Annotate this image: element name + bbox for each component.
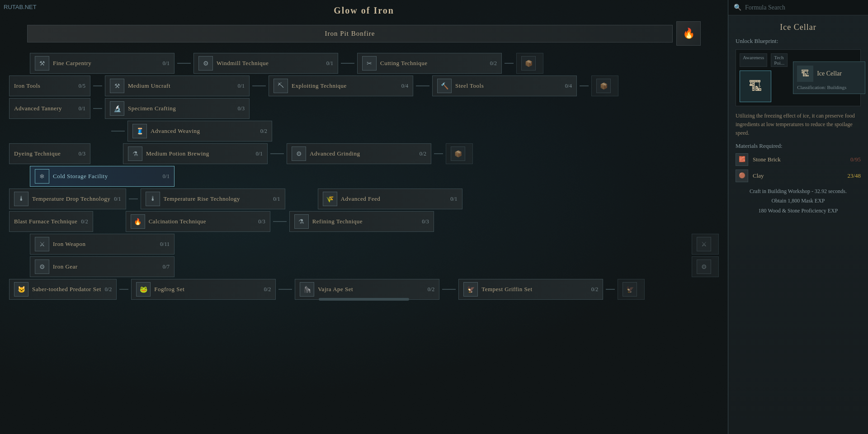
awareness-row: Awareness Tech Poi... — [740, 53, 788, 67]
card-saber-predator[interactable]: 🐱 Saber-toothed Predator Set 0/2 — [9, 279, 117, 300]
tech-grid: ⚒ Fine Carpentry 0/1 ⚙ Windmill Techniqu… — [0, 47, 728, 305]
stone-brick-icon: 🧱 — [736, 153, 748, 166]
refining-icon: ⚗ — [294, 214, 309, 229]
temp-rise-count: 0/1 — [273, 196, 280, 203]
iron-weapon-label: Iron Weapon — [53, 241, 156, 248]
bonfire-bar[interactable]: Iron Pit Bonfire — [27, 25, 673, 42]
advanced-tannery-label: Advanced Tannery — [14, 105, 75, 112]
card-temp-rise[interactable]: 🌡 Temperature Rise Technology 0/1 — [141, 189, 285, 209]
advanced-feed-label: Advanced Feed — [341, 195, 447, 203]
card-exploiting-technique[interactable]: ⛏ Exploiting Technique 0/4 — [269, 75, 413, 96]
tech-row-11: 🐱 Saber-toothed Predator Set 0/2 🐸 Fogfr… — [9, 279, 719, 300]
iron-weapon-count: 0/11 — [160, 241, 170, 248]
card-partial-right10[interactable]: ⚙ — [692, 256, 719, 277]
card-dyeing-technique[interactable]: Dyeing Technique 0/3 — [9, 143, 90, 164]
card-specimen-crafting[interactable]: 🔬 Specimen Crafting 0/3 — [105, 98, 250, 119]
iron-gear-label: Iron Gear — [53, 263, 159, 270]
card-advanced-weaving[interactable]: 🧵 Advanced Weaving 0/2 — [127, 121, 272, 142]
card-vajra-ape[interactable]: 🦍 Vajra Ape Set 0/2 — [295, 279, 439, 300]
materials-label: Materials Required: — [736, 142, 861, 150]
main-container: RUTAB.NET Glow of Iron Iron Pit Bonfire … — [0, 0, 868, 434]
card-medium-potion-brewing[interactable]: ⚗ Medium Potion Brewing 0/1 — [123, 143, 268, 164]
card-blast-furnace[interactable]: Blast Furnace Technique 0/2 — [9, 211, 93, 232]
card-detail-title: Ice Cellar — [736, 23, 861, 32]
awareness-badge: Awareness — [740, 53, 767, 67]
refining-label: Refining Technique — [312, 218, 419, 225]
partial-right1-icon: 📦 — [521, 56, 536, 71]
tooltip-name: Ice Cellar — [817, 70, 842, 77]
info-panel: 🔍 Ice Cellar Unlock Blueprint: Awareness… — [728, 0, 868, 434]
cutting-count: 0/2 — [490, 60, 497, 67]
partial-right11-icon: 🦅 — [623, 282, 637, 297]
calcination-icon: 🔥 — [131, 214, 145, 229]
iron-tools-count: 0/5 — [79, 83, 85, 90]
card-steel-tools[interactable]: 🔨 Steel Tools 0/4 — [432, 75, 577, 96]
saber-icon: 🐱 — [14, 282, 28, 297]
saber-count: 0/2 — [105, 286, 112, 293]
tree-title: Glow of Iron — [0, 0, 728, 19]
weaving-label: Advanced Weaving — [151, 127, 257, 135]
card-advanced-tannery[interactable]: Advanced Tannery 0/1 — [9, 98, 90, 119]
tempest-icon: 🦅 — [463, 282, 478, 297]
card-iron-weapon[interactable]: ⚔ Iron Weapon 0/11 — [30, 234, 175, 255]
card-temp-drop[interactable]: 🌡 Temperature Drop Technology 0/1 — [9, 189, 126, 209]
fine-carpentry-count: 0/1 — [163, 60, 170, 67]
cutting-label: Cutting Technique — [380, 60, 486, 67]
steel-tools-icon: 🔨 — [437, 79, 452, 93]
blueprint-tooltip: 🏗 Ice Cellar Classification: Buildings — [793, 61, 865, 94]
tech-row-1: ⚒ Fine Carpentry 0/1 ⚙ Windmill Techniqu… — [9, 53, 719, 74]
tech-row-3: Advanced Tannery 0/1 🔬 Specimen Crafting… — [9, 98, 719, 119]
tech-row-9: ⚔ Iron Weapon 0/11 ⚔ — [9, 234, 719, 255]
card-windmill-technique[interactable]: ⚙ Windmill Technique 0/1 — [193, 53, 338, 74]
card-cutting-technique[interactable]: ✂ Cutting Technique 0/2 — [357, 53, 502, 74]
tech-row-6: ❄ Cold Storage Facility 0/1 — [9, 166, 719, 187]
card-fogfrog-set[interactable]: 🐸 Fogfrog Set 0/2 — [131, 279, 276, 300]
saber-label: Saber-toothed Predator Set — [32, 286, 101, 293]
bonfire-icon[interactable]: 🔥 — [676, 21, 701, 46]
vajra-count: 0/2 — [428, 286, 434, 293]
card-partial-right9[interactable]: ⚔ — [692, 234, 719, 255]
card-calcination[interactable]: 🔥 Calcination Technique 0/3 — [126, 211, 270, 232]
steel-tools-count: 0/4 — [565, 83, 572, 90]
cutting-icon: ✂ — [362, 56, 377, 71]
stone-brick-name: Stone Brick — [753, 156, 846, 163]
card-advanced-feed[interactable]: 🌾 Advanced Feed 0/1 — [318, 189, 462, 209]
tech-row-5: Dyeing Technique 0/3 ⚗ Medium Potion Bre… — [9, 143, 719, 164]
scrollbar[interactable] — [319, 298, 409, 301]
grinding-label: Advanced Grinding — [310, 150, 416, 157]
potion-label: Medium Potion Brewing — [146, 150, 252, 157]
search-icon: 🔍 — [734, 4, 741, 11]
material-row-clay: 🟤 Clay 23/48 — [736, 170, 861, 182]
tech-row-4: 🧵 Advanced Weaving 0/2 — [9, 121, 719, 142]
card-advanced-grinding[interactable]: ⚙ Advanced Grinding 0/2 — [287, 143, 431, 164]
specimen-label: Specimen Crafting — [128, 105, 234, 112]
advanced-tannery-count: 0/1 — [79, 105, 85, 112]
medium-uncraft-label: Medium Uncraft — [128, 82, 234, 90]
card-iron-tools[interactable]: Iron Tools 0/5 — [9, 75, 90, 96]
card-fine-carpentry[interactable]: ⚒ Fine Carpentry 0/1 — [30, 53, 175, 74]
specimen-count: 0/3 — [238, 105, 245, 112]
search-input[interactable] — [745, 4, 863, 11]
card-partial-right5[interactable]: 📦 — [446, 143, 473, 164]
partial-right10-icon: ⚙ — [697, 259, 711, 274]
tech-row-8: Blast Furnace Technique 0/2 🔥 Calcinatio… — [9, 211, 719, 232]
exploiting-icon: ⛏ — [274, 79, 288, 93]
card-partial-right2[interactable]: 📦 — [591, 75, 618, 96]
fine-carpentry-icon: ⚒ — [35, 56, 49, 71]
grinding-count: 0/2 — [420, 151, 426, 157]
card-partial-right1[interactable]: 📦 — [516, 53, 543, 74]
fogfrog-count: 0/2 — [264, 286, 271, 293]
calcination-count: 0/3 — [258, 218, 265, 225]
card-iron-gear[interactable]: ⚙ Iron Gear 0/7 — [30, 256, 175, 277]
card-medium-uncraft[interactable]: ⚒ Medium Uncraft 0/1 — [105, 75, 250, 96]
advanced-feed-icon: 🌾 — [323, 192, 337, 206]
card-partial-right11[interactable]: 🦅 — [618, 279, 645, 300]
tooltip-icon: 🏗 — [797, 66, 813, 82]
dyeing-label: Dyeing Technique — [14, 150, 75, 157]
exploiting-count: 0/4 — [401, 83, 408, 90]
fogfrog-label: Fogfrog Set — [154, 286, 260, 293]
card-tempest-griffin[interactable]: 🦅 Tempest Griffin Set 0/2 — [458, 279, 603, 300]
craft-info: Craft in Building Workshop - 32.92 secon… — [736, 187, 861, 216]
card-refining[interactable]: ⚗ Refining Technique 0/3 — [289, 211, 434, 232]
card-cold-storage[interactable]: ❄ Cold Storage Facility 0/1 — [30, 166, 175, 187]
